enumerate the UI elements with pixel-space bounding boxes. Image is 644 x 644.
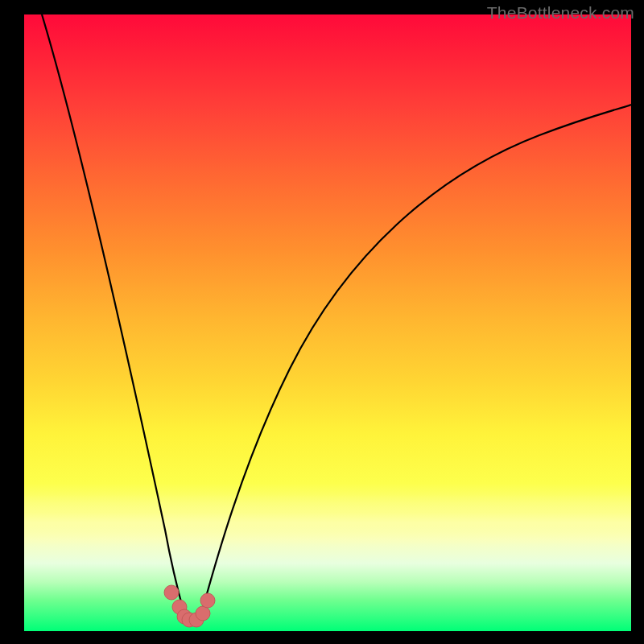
curve-left-branch (42, 14, 186, 620)
watermark-text: TheBottleneck.com (487, 3, 634, 23)
curve-right-branch (200, 105, 631, 620)
plot-area (24, 14, 631, 631)
svg-point-5 (196, 606, 210, 621)
svg-point-6 (200, 593, 215, 608)
bottleneck-curve (24, 14, 631, 631)
svg-point-0 (164, 585, 179, 600)
